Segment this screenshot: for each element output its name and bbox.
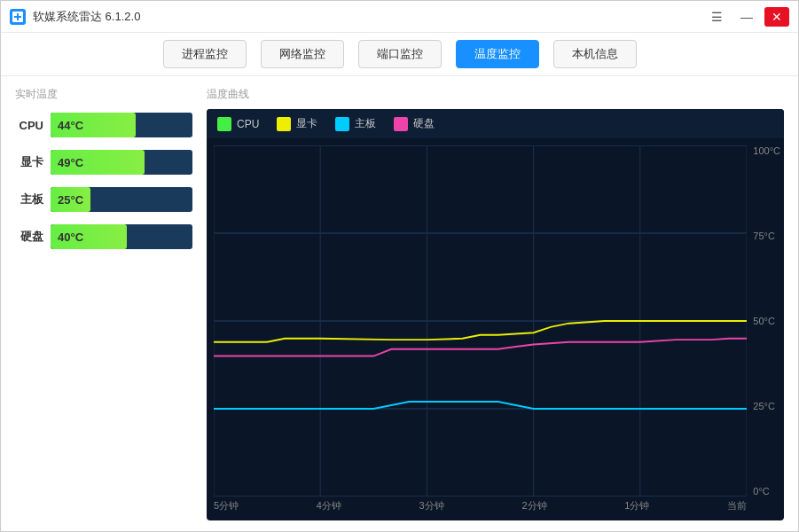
temp-value-mb: 25°C: [58, 193, 83, 207]
titlebar-controls: ☰ — ✕: [704, 7, 789, 27]
y-label-0: 0°C: [753, 486, 780, 497]
content-area: 实时温度 CPU 44°C 显卡 49°C: [1, 76, 798, 531]
temp-label-gpu: 显卡: [15, 154, 43, 170]
x-label-3m: 3分钟: [419, 499, 444, 512]
titlebar: 软媒系统雷达 6.1.2.0 ☰ — ✕: [1, 1, 798, 33]
x-label-1m: 1分钟: [624, 499, 649, 512]
legend-color-mb: [335, 117, 349, 131]
x-label-4m: 4分钟: [317, 499, 341, 512]
temp-bar-hdd: 40°C: [51, 224, 192, 249]
chart-svg: [214, 145, 747, 497]
legend-label-mb: 主板: [355, 116, 376, 131]
temp-label-hdd: 硬盘: [15, 229, 43, 245]
chart-line-gpu: [214, 321, 747, 342]
temp-value-gpu: 49°C: [58, 156, 83, 169]
temp-value-hdd: 40°C: [58, 231, 83, 244]
legend-color-gpu: [277, 117, 291, 131]
temp-item-hdd: 硬盘 40°C: [15, 224, 192, 249]
tab-network[interactable]: 网络监控: [261, 40, 344, 68]
temp-bar-fill-mb: 25°C: [51, 187, 90, 212]
y-label-100: 100°C: [753, 145, 780, 156]
legend-color-hdd: [394, 117, 408, 131]
chart-plot-area: 100°C 75°C 50°C 25°C 0°C 5分钟 4分钟 3分钟 2分钟…: [207, 138, 784, 514]
chart-line-mb: [214, 402, 747, 409]
temp-item-mb: 主板 25°C: [15, 187, 192, 212]
chart-legend: CPU 显卡 主板 硬盘: [207, 109, 784, 138]
window-title: 软媒系统雷达 6.1.2.0: [33, 9, 140, 25]
legend-color-cpu: [217, 117, 231, 131]
temp-bar-fill-hdd: 40°C: [51, 224, 127, 249]
temp-label-mb: 主板: [15, 192, 43, 207]
menu-button[interactable]: ☰: [704, 7, 729, 27]
legend-gpu: 显卡: [277, 116, 317, 131]
titlebar-left: 软媒系统雷达 6.1.2.0: [10, 9, 140, 25]
legend-label-hdd: 硬盘: [413, 116, 435, 131]
tab-info[interactable]: 本机信息: [553, 40, 637, 68]
temp-bar-fill-gpu: 49°C: [51, 150, 145, 175]
legend-mb: 主板: [335, 116, 376, 131]
x-label-now: 当前: [727, 499, 747, 512]
tab-process[interactable]: 进程监控: [163, 40, 247, 68]
y-axis-labels: 100°C 75°C 50°C 25°C 0°C: [753, 145, 780, 497]
temp-bar-fill-cpu: 44°C: [51, 113, 136, 137]
temp-item-cpu: CPU 44°C: [15, 113, 192, 137]
realtime-title: 实时温度: [15, 87, 192, 102]
app-icon: [10, 9, 26, 25]
minimize-button[interactable]: —: [734, 7, 759, 27]
tab-port[interactable]: 端口监控: [358, 40, 442, 68]
left-panel: 实时温度 CPU 44°C 显卡 49°C: [15, 87, 192, 520]
legend-hdd: 硬盘: [394, 116, 435, 131]
y-label-25: 25°C: [753, 401, 780, 411]
tab-temp[interactable]: 温度监控: [456, 40, 539, 68]
navbar: 进程监控 网络监控 端口监控 温度监控 本机信息: [1, 33, 798, 76]
temp-value-cpu: 44°C: [58, 119, 83, 132]
close-button[interactable]: ✕: [764, 7, 789, 27]
x-label-2m: 2分钟: [521, 499, 546, 512]
legend-cpu: CPU: [217, 116, 259, 131]
y-label-50: 50°C: [753, 316, 780, 326]
temp-bar-cpu: 44°C: [51, 113, 192, 137]
main-window: 软媒系统雷达 6.1.2.0 ☰ — ✕ 进程监控 网络监控 端口监控 温度监控…: [0, 0, 799, 532]
chart-wrapper: CPU 显卡 主板 硬盘: [207, 109, 784, 520]
temp-label-cpu: CPU: [15, 119, 43, 132]
legend-label-gpu: 显卡: [296, 116, 317, 131]
chart-svg-container: [214, 145, 747, 497]
y-label-75: 75°C: [753, 231, 780, 241]
x-label-5m: 5分钟: [214, 499, 239, 512]
temp-item-gpu: 显卡 49°C: [15, 150, 192, 175]
chart-line-hdd: [214, 339, 747, 356]
right-panel: 温度曲线 CPU 显卡 主板: [207, 87, 784, 520]
chart-title: 温度曲线: [207, 87, 784, 102]
temp-bar-mb: 25°C: [51, 187, 192, 212]
temp-bar-gpu: 49°C: [51, 150, 192, 175]
legend-label-cpu: CPU: [237, 118, 259, 130]
x-axis-labels: 5分钟 4分钟 3分钟 2分钟 1分钟 当前: [214, 499, 747, 512]
